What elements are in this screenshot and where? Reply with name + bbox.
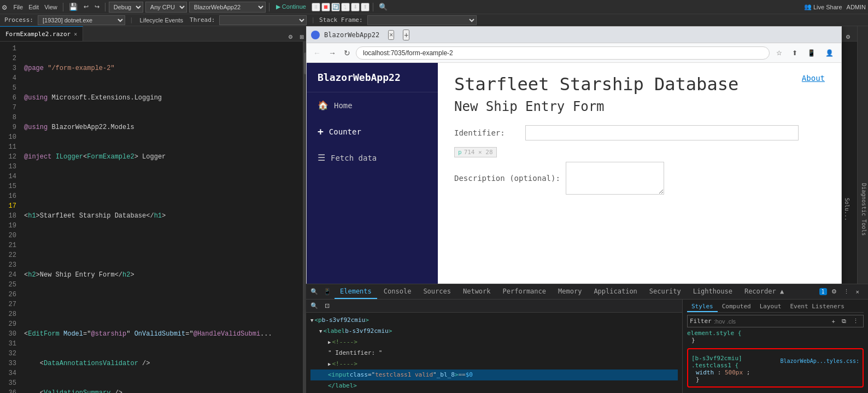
identifier-row: Identifier: [454,125,825,140]
code-content[interactable]: @page "/form-example-2" @using Microsoft… [20,42,303,393]
element-style-selector: element.style { [687,330,864,337]
undo-btn[interactable]: ↩ [81,2,91,11]
devtools-tab-security[interactable]: Security [644,284,687,299]
view-menu[interactable]: View [42,3,60,11]
dom-equals: =" [368,370,375,380]
dom-line-label[interactable]: ▼ <label b-s3vf92cmiu > [310,326,678,337]
debug-mode-dropdown[interactable]: Debug [109,2,143,13]
devtools-settings-btn[interactable]: ⚙ [829,287,839,296]
razor-tab-close[interactable]: × [74,31,77,37]
razor-tab[interactable]: FormExample2.razor × [0,26,83,41]
devtools-close-btn[interactable]: × [854,288,861,296]
dom-tree[interactable]: ▼ <p b-s3vf92cmiu > ▼ <label b-s3vf92cmi… [306,313,682,393]
thread-dropdown[interactable] [219,15,307,25]
browser-titlebar[interactable]: BlazorWebApp22 × + [307,27,841,43]
sep4 [373,3,373,11]
devtools-tab-recorder[interactable]: Recorder ▲ [739,284,789,299]
forward-button[interactable]: → [326,46,338,60]
dom-line-p[interactable]: ▼ <p b-s3vf92cmiu > [310,315,678,326]
address-bar[interactable] [356,46,770,60]
highlight-rule: [b-s3vf92cmiu].testclass1 { BlazorWebAp.… [687,348,864,388]
new-tab-button[interactable]: + [403,30,409,40]
editor-body: 12345 678910 1112131415 1617 ⚡ 181920212… [0,42,308,393]
profile-button[interactable]: 👤 [822,47,837,59]
live-share-button[interactable]: 👥 Live Share [804,3,842,10]
dom-input-tag: <input [328,370,350,380]
devtools-tab-lighthouse[interactable]: Lighthouse [688,284,738,299]
source-link[interactable]: BlazorWebAp...tyles.css: [781,358,860,364]
styles-filter[interactable]: Filter + ⧉ ⋮ [687,315,864,327]
css-settings-btn[interactable]: ⚙ [843,33,853,41]
styles-tab-layout[interactable]: Layout [755,302,786,312]
browser-favicon [311,31,320,39]
devtools-tab-sources[interactable]: Sources [418,284,456,299]
devtools-tab-elements[interactable]: Elements [335,284,377,299]
devtools-tab-network[interactable]: Network [458,284,496,299]
devtools-inspect-btn[interactable]: 🔍 [308,287,320,296]
dom-line-comment2[interactable]: ▶ <!----> [310,359,678,369]
dom-inspect-btn[interactable]: 🔍 [308,301,320,310]
file-menu[interactable]: File [11,3,25,11]
app-dropdown[interactable]: BlazorWebApp22 [189,2,266,13]
razor-tab-label: FormExample2.razor [5,31,71,38]
stack-frame-dropdown[interactable] [367,15,477,25]
stop-btn[interactable]: ⏹ [321,3,330,11]
bookmark-button[interactable]: ☆ [773,47,785,59]
save-btn[interactable]: 💾 [67,2,80,12]
dom-line-comment1[interactable]: ▶ <!----> [310,337,678,348]
admin-button[interactable]: ADMIN [847,4,866,10]
styles-tab-events[interactable]: Event Listeners [785,302,848,312]
devtools-more-btn[interactable]: ⋮ [841,287,852,296]
devtools-device-btn[interactable]: 📱 [321,287,333,296]
lifecycle-button[interactable]: Lifecycle Events [138,16,185,25]
filter-more-btn[interactable]: ⋮ [851,316,861,326]
step-out-btn[interactable]: ⬆ [361,3,370,11]
process-dropdown[interactable]: [19320] dotnet.exe [38,15,125,25]
browser-tab-close[interactable]: × [388,30,394,40]
step-over-btn[interactable]: ⤵ [341,3,350,11]
dom-label-close: > [389,326,392,336]
dom-line-input[interactable]: <input class =" testclass1 valid " _bl_8… [310,369,678,380]
dom-text-node: " Identifier: " [328,348,382,358]
nav-fetch[interactable]: ☰ Fetch data [307,145,438,171]
filter-input[interactable] [714,318,828,325]
cast-button[interactable]: 📱 [804,47,819,59]
code-editor-panel: FormExample2.razor × ⚙ ⊞ 12345 678910 11… [0,26,309,393]
restart-btn[interactable]: 🔄 [331,3,340,11]
reload-button[interactable]: ↻ [342,46,353,60]
dom-equals-sign: == [458,370,465,380]
cpu-dropdown[interactable]: Any CPU [145,2,187,13]
filter-add-btn[interactable]: + [830,317,837,326]
redo-btn[interactable]: ↪ [92,2,102,11]
about-link[interactable]: About [802,74,825,83]
continue-button[interactable]: ▶ Continue [273,2,309,11]
devtools-tab-memory[interactable]: Memory [553,284,587,299]
editor-settings-btn[interactable]: ⚙ [286,33,295,41]
dom-line-text[interactable]: " Identifier: " [310,348,678,359]
identifier-input[interactable] [525,125,799,140]
description-row: Description (optional): [454,162,825,195]
filter-copy-btn[interactable]: ⧉ [840,316,848,326]
edit-menu[interactable]: Edit [26,3,41,11]
split-editor-btn[interactable]: ⊞ [297,33,306,41]
styles-tab-computed[interactable]: Computed [718,302,755,312]
styles-tab-styles[interactable]: Styles [687,302,718,312]
description-textarea[interactable] [566,162,664,195]
devtools-tab-performance[interactable]: Performance [497,284,552,299]
styles-panel: Styles Computed Layout Event Listeners F… [682,300,868,393]
dom-breadcrumb-btn[interactable]: ⊡ [322,301,332,310]
nav-home[interactable]: 🏠 Home [307,92,438,118]
browser-window: BlazorWebApp22 × + ← → ↻ ☆ ⬆ 📱 👤 BlazorW… [306,26,842,310]
share-button[interactable]: ⬆ [789,47,801,59]
dom-input-close: > [455,370,459,380]
back-button[interactable]: ← [311,46,323,60]
pause-btn[interactable]: ⏸ [312,3,320,11]
devtools-tab-application[interactable]: Application [588,284,642,299]
sep2 [105,3,105,11]
dom-line-label-close[interactable]: </label> [310,380,678,391]
devtools-tab-console[interactable]: Console [378,284,417,299]
step-into-btn[interactable]: ⬇ [351,3,360,11]
diagnostic-btn[interactable]: 🔍 [377,2,390,12]
nav-counter[interactable]: + Counter [307,118,438,145]
element-size: 714 × 28 [464,149,493,156]
